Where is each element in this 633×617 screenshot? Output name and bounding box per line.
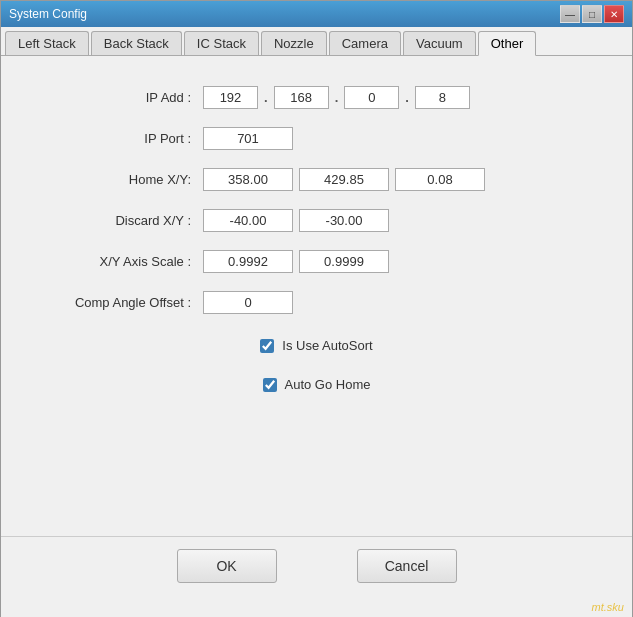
ip-dot-3: . bbox=[405, 90, 409, 105]
home-xy-row: Home X/Y: bbox=[31, 168, 602, 191]
autosort-checkbox[interactable] bbox=[260, 339, 274, 353]
cancel-button[interactable]: Cancel bbox=[357, 549, 457, 583]
axis-scale-x-field[interactable] bbox=[203, 250, 293, 273]
watermark: mt.sku bbox=[1, 599, 632, 617]
home-xy-y-field[interactable] bbox=[299, 168, 389, 191]
auto-home-checkbox[interactable] bbox=[263, 378, 277, 392]
discard-xy-inputs bbox=[203, 209, 389, 232]
comp-angle-field[interactable] bbox=[203, 291, 293, 314]
ip-add-oct2[interactable] bbox=[274, 86, 329, 109]
window-title: System Config bbox=[9, 7, 87, 21]
auto-home-row: Auto Go Home bbox=[31, 377, 602, 392]
ip-add-oct1[interactable] bbox=[203, 86, 258, 109]
comp-angle-label: Comp Angle Offset : bbox=[31, 295, 191, 310]
axis-scale-label: X/Y Axis Scale : bbox=[31, 254, 191, 269]
discard-xy-y-field[interactable] bbox=[299, 209, 389, 232]
axis-scale-y-field[interactable] bbox=[299, 250, 389, 273]
system-config-window: System Config — □ ✕ Left Stack Back Stac… bbox=[0, 0, 633, 617]
window-controls: — □ ✕ bbox=[560, 5, 624, 23]
ip-add-oct3[interactable] bbox=[344, 86, 399, 109]
tab-content-other: IP Add : . . . IP Port : bbox=[1, 56, 632, 536]
ip-dot-1: . bbox=[264, 90, 268, 105]
comp-angle-inputs bbox=[203, 291, 293, 314]
ok-button[interactable]: OK bbox=[177, 549, 277, 583]
axis-scale-inputs bbox=[203, 250, 389, 273]
ip-add-row: IP Add : . . . bbox=[31, 86, 602, 109]
home-xy-z-field[interactable] bbox=[395, 168, 485, 191]
autosort-row: Is Use AutoSort bbox=[31, 338, 602, 353]
footer: OK Cancel bbox=[1, 536, 632, 599]
tab-back-stack[interactable]: Back Stack bbox=[91, 31, 182, 55]
title-bar: System Config — □ ✕ bbox=[1, 1, 632, 27]
comp-angle-row: Comp Angle Offset : bbox=[31, 291, 602, 314]
tab-nozzle[interactable]: Nozzle bbox=[261, 31, 327, 55]
maximize-button[interactable]: □ bbox=[582, 5, 602, 23]
tab-camera[interactable]: Camera bbox=[329, 31, 401, 55]
tab-bar: Left Stack Back Stack IC Stack Nozzle Ca… bbox=[1, 27, 632, 56]
ip-port-field[interactable] bbox=[203, 127, 293, 150]
home-xy-x-field[interactable] bbox=[203, 168, 293, 191]
tab-left-stack[interactable]: Left Stack bbox=[5, 31, 89, 55]
close-button[interactable]: ✕ bbox=[604, 5, 624, 23]
minimize-button[interactable]: — bbox=[560, 5, 580, 23]
ip-add-oct4[interactable] bbox=[415, 86, 470, 109]
ip-add-inputs: . . . bbox=[203, 86, 470, 109]
discard-xy-label: Discard X/Y : bbox=[31, 213, 191, 228]
discard-xy-x-field[interactable] bbox=[203, 209, 293, 232]
axis-scale-row: X/Y Axis Scale : bbox=[31, 250, 602, 273]
ip-port-label: IP Port : bbox=[31, 131, 191, 146]
home-xy-label: Home X/Y: bbox=[31, 172, 191, 187]
ip-dot-2: . bbox=[335, 90, 339, 105]
autosort-label: Is Use AutoSort bbox=[282, 338, 372, 353]
ip-add-label: IP Add : bbox=[31, 90, 191, 105]
home-xy-inputs bbox=[203, 168, 485, 191]
ip-port-inputs bbox=[203, 127, 293, 150]
ip-port-row: IP Port : bbox=[31, 127, 602, 150]
discard-xy-row: Discard X/Y : bbox=[31, 209, 602, 232]
tab-vacuum[interactable]: Vacuum bbox=[403, 31, 476, 55]
auto-home-label: Auto Go Home bbox=[285, 377, 371, 392]
tab-ic-stack[interactable]: IC Stack bbox=[184, 31, 259, 55]
form-grid: IP Add : . . . IP Port : bbox=[31, 86, 602, 392]
tab-other[interactable]: Other bbox=[478, 31, 537, 56]
